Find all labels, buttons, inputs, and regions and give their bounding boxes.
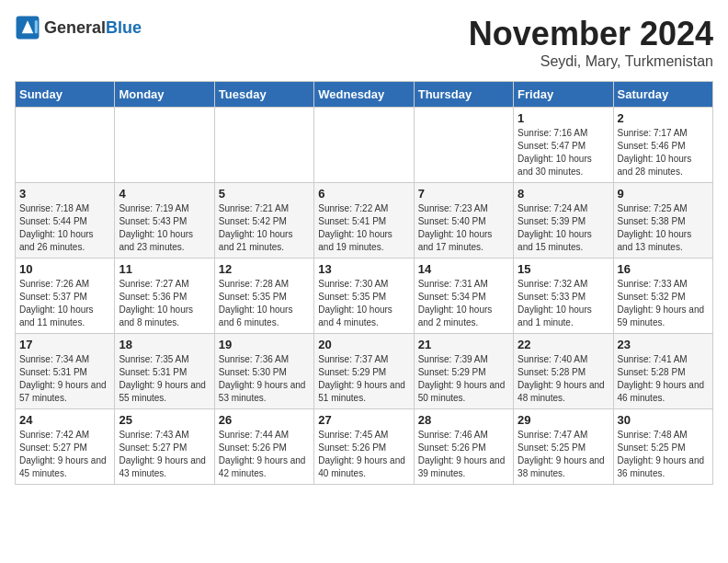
day-number: 26	[219, 413, 310, 427]
logo: GeneralBlue	[15, 15, 142, 40]
day-number: 11	[119, 262, 210, 276]
day-number: 10	[19, 262, 110, 276]
logo-icon	[15, 15, 40, 40]
calendar-cell: 12Sunrise: 7:28 AM Sunset: 5:35 PM Dayli…	[214, 259, 313, 334]
day-number: 24	[19, 413, 110, 427]
calendar-cell: 3Sunrise: 7:18 AM Sunset: 5:44 PM Daylig…	[16, 183, 115, 259]
day-info: Sunrise: 7:47 AM Sunset: 5:25 PM Dayligh…	[518, 429, 609, 480]
weekday-header-tuesday: Tuesday	[214, 82, 313, 108]
calendar-table: SundayMondayTuesdayWednesdayThursdayFrid…	[15, 81, 713, 485]
weekday-header-friday: Friday	[514, 82, 613, 108]
calendar-cell: 20Sunrise: 7:37 AM Sunset: 5:29 PM Dayli…	[314, 334, 414, 409]
calendar-cell: 1Sunrise: 7:16 AM Sunset: 5:47 PM Daylig…	[514, 108, 613, 183]
day-info: Sunrise: 7:43 AM Sunset: 5:27 PM Dayligh…	[119, 429, 210, 480]
calendar-cell	[115, 108, 214, 183]
day-info: Sunrise: 7:45 AM Sunset: 5:26 PM Dayligh…	[318, 429, 409, 480]
calendar-cell	[414, 108, 513, 183]
header: GeneralBlue November 2024 Seydi, Mary, T…	[15, 15, 713, 70]
weekday-header-thursday: Thursday	[414, 82, 513, 108]
calendar-cell: 22Sunrise: 7:40 AM Sunset: 5:28 PM Dayli…	[514, 334, 613, 409]
day-number: 4	[119, 187, 210, 201]
calendar-cell: 10Sunrise: 7:26 AM Sunset: 5:37 PM Dayli…	[16, 259, 115, 334]
day-info: Sunrise: 7:31 AM Sunset: 5:34 PM Dayligh…	[418, 278, 509, 329]
location-title: Seydi, Mary, Turkmenistan	[469, 53, 713, 70]
day-info: Sunrise: 7:26 AM Sunset: 5:37 PM Dayligh…	[19, 278, 110, 329]
day-number: 9	[618, 187, 709, 201]
day-info: Sunrise: 7:44 AM Sunset: 5:26 PM Dayligh…	[219, 429, 310, 480]
day-info: Sunrise: 7:39 AM Sunset: 5:29 PM Dayligh…	[418, 353, 509, 405]
day-info: Sunrise: 7:40 AM Sunset: 5:28 PM Dayligh…	[518, 353, 609, 405]
calendar-cell: 7Sunrise: 7:23 AM Sunset: 5:40 PM Daylig…	[414, 183, 513, 259]
day-number: 17	[19, 338, 110, 351]
day-number: 7	[418, 187, 509, 201]
day-info: Sunrise: 7:21 AM Sunset: 5:42 PM Dayligh…	[219, 202, 310, 254]
day-number: 21	[418, 338, 509, 351]
weekday-header-wednesday: Wednesday	[314, 82, 414, 108]
calendar-cell: 25Sunrise: 7:43 AM Sunset: 5:27 PM Dayli…	[115, 409, 214, 485]
calendar-cell: 4Sunrise: 7:19 AM Sunset: 5:43 PM Daylig…	[115, 183, 214, 259]
month-title: November 2024	[469, 15, 713, 53]
calendar-cell: 18Sunrise: 7:35 AM Sunset: 5:31 PM Dayli…	[115, 334, 214, 409]
day-info: Sunrise: 7:22 AM Sunset: 5:41 PM Dayligh…	[318, 202, 409, 254]
day-number: 20	[318, 338, 409, 351]
day-number: 13	[318, 262, 409, 276]
day-info: Sunrise: 7:46 AM Sunset: 5:26 PM Dayligh…	[418, 429, 509, 480]
calendar-cell: 17Sunrise: 7:34 AM Sunset: 5:31 PM Dayli…	[16, 334, 115, 409]
day-number: 28	[418, 413, 509, 427]
day-info: Sunrise: 7:30 AM Sunset: 5:35 PM Dayligh…	[318, 278, 409, 329]
day-info: Sunrise: 7:24 AM Sunset: 5:39 PM Dayligh…	[518, 202, 609, 254]
day-info: Sunrise: 7:28 AM Sunset: 5:35 PM Dayligh…	[219, 278, 310, 329]
svg-rect-2	[35, 20, 38, 33]
day-number: 15	[518, 262, 609, 276]
day-number: 23	[618, 338, 709, 351]
day-info: Sunrise: 7:27 AM Sunset: 5:36 PM Dayligh…	[119, 278, 210, 329]
day-number: 30	[618, 413, 709, 427]
calendar-cell: 21Sunrise: 7:39 AM Sunset: 5:29 PM Dayli…	[414, 334, 513, 409]
day-number: 16	[618, 262, 709, 276]
calendar-cell: 9Sunrise: 7:25 AM Sunset: 5:38 PM Daylig…	[613, 183, 712, 259]
day-number: 8	[518, 187, 609, 201]
calendar-cell: 8Sunrise: 7:24 AM Sunset: 5:39 PM Daylig…	[514, 183, 613, 259]
day-number: 25	[119, 413, 210, 427]
day-number: 12	[219, 262, 310, 276]
calendar-cell	[214, 108, 313, 183]
day-info: Sunrise: 7:19 AM Sunset: 5:43 PM Dayligh…	[119, 202, 210, 254]
day-number: 3	[19, 187, 110, 201]
day-number: 2	[618, 111, 709, 125]
day-number: 5	[219, 187, 310, 201]
day-number: 27	[318, 413, 409, 427]
day-info: Sunrise: 7:17 AM Sunset: 5:46 PM Dayligh…	[618, 127, 709, 178]
day-info: Sunrise: 7:48 AM Sunset: 5:25 PM Dayligh…	[618, 429, 709, 480]
calendar-cell: 16Sunrise: 7:33 AM Sunset: 5:32 PM Dayli…	[613, 259, 712, 334]
day-info: Sunrise: 7:41 AM Sunset: 5:28 PM Dayligh…	[618, 353, 709, 405]
day-info: Sunrise: 7:37 AM Sunset: 5:29 PM Dayligh…	[318, 353, 409, 405]
day-info: Sunrise: 7:23 AM Sunset: 5:40 PM Dayligh…	[418, 202, 509, 254]
weekday-header-sunday: Sunday	[16, 82, 115, 108]
calendar-cell: 19Sunrise: 7:36 AM Sunset: 5:30 PM Dayli…	[214, 334, 313, 409]
title-area: November 2024 Seydi, Mary, Turkmenistan	[469, 15, 713, 70]
calendar-cell: 28Sunrise: 7:46 AM Sunset: 5:26 PM Dayli…	[414, 409, 513, 485]
day-info: Sunrise: 7:16 AM Sunset: 5:47 PM Dayligh…	[518, 127, 609, 178]
day-number: 14	[418, 262, 509, 276]
calendar-cell: 6Sunrise: 7:22 AM Sunset: 5:41 PM Daylig…	[314, 183, 414, 259]
calendar-cell: 26Sunrise: 7:44 AM Sunset: 5:26 PM Dayli…	[214, 409, 313, 485]
calendar-cell: 2Sunrise: 7:17 AM Sunset: 5:46 PM Daylig…	[613, 108, 712, 183]
calendar-cell: 27Sunrise: 7:45 AM Sunset: 5:26 PM Dayli…	[314, 409, 414, 485]
calendar-cell: 29Sunrise: 7:47 AM Sunset: 5:25 PM Dayli…	[514, 409, 613, 485]
calendar-cell: 11Sunrise: 7:27 AM Sunset: 5:36 PM Dayli…	[115, 259, 214, 334]
logo-text-blue: Blue	[106, 18, 142, 37]
day-number: 1	[518, 111, 609, 125]
day-info: Sunrise: 7:33 AM Sunset: 5:32 PM Dayligh…	[618, 278, 709, 329]
day-info: Sunrise: 7:36 AM Sunset: 5:30 PM Dayligh…	[219, 353, 310, 405]
calendar-cell: 15Sunrise: 7:32 AM Sunset: 5:33 PM Dayli…	[514, 259, 613, 334]
day-info: Sunrise: 7:25 AM Sunset: 5:38 PM Dayligh…	[618, 202, 709, 254]
day-info: Sunrise: 7:35 AM Sunset: 5:31 PM Dayligh…	[119, 353, 210, 405]
weekday-header-saturday: Saturday	[613, 82, 712, 108]
calendar-cell: 24Sunrise: 7:42 AM Sunset: 5:27 PM Dayli…	[16, 409, 115, 485]
day-number: 29	[518, 413, 609, 427]
weekday-header-monday: Monday	[115, 82, 214, 108]
calendar-cell: 13Sunrise: 7:30 AM Sunset: 5:35 PM Dayli…	[314, 259, 414, 334]
calendar-cell: 14Sunrise: 7:31 AM Sunset: 5:34 PM Dayli…	[414, 259, 513, 334]
calendar-cell: 23Sunrise: 7:41 AM Sunset: 5:28 PM Dayli…	[613, 334, 712, 409]
calendar-cell	[16, 108, 115, 183]
